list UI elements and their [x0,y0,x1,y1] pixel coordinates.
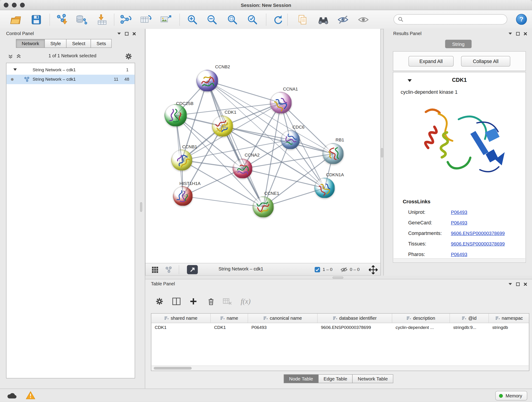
hide-selected-button[interactable] [335,12,351,27]
tab-network-table[interactable]: Network Table [352,374,393,383]
open-session-button[interactable] [7,12,24,27]
table-cell[interactable]: CDK1 [151,323,210,332]
zoom-fit-button[interactable] [224,12,241,27]
search-input[interactable] [406,17,503,22]
tab-string[interactable]: String [445,40,472,48]
crosslink-value[interactable]: P06493 [451,251,467,257]
horizontal-splitter-handle[interactable] [332,277,343,279]
selected-checkbox-icon[interactable] [315,267,320,273]
save-session-button[interactable] [28,12,44,27]
function-builder-button[interactable]: f(x) [239,295,252,308]
network-edge[interactable] [243,169,325,188]
open-in-window-button[interactable] [187,265,198,274]
network-edge[interactable] [207,81,263,207]
add-row-button[interactable] [186,295,200,308]
delete-column-button[interactable] [204,295,218,308]
close-panel-icon[interactable] [524,32,527,35]
column-header-description[interactable]: description [392,313,450,323]
left-splitter-handle[interactable] [140,202,142,212]
table-cell[interactable]: P06493 [248,323,317,332]
export-image-button[interactable] [158,12,174,27]
results-scrollbar[interactable] [394,258,525,262]
table-horizontal-scrollbar[interactable] [152,366,529,370]
network-node-ccna1[interactable] [270,92,292,114]
table-row[interactable]: CDK1CDK1P064939606.ENSP00000378699cyclin… [151,323,529,332]
network-edge[interactable] [183,196,263,207]
import-network-database-button[interactable] [73,12,89,27]
crosslink-value[interactable]: 9606.ENSP00000378699 [451,230,505,236]
table-cell[interactable]: stringdb:9... [450,323,489,332]
tree-expand-icon[interactable] [13,68,17,71]
column-header-namespac[interactable]: namespac [489,313,529,323]
expand-all-button[interactable]: Expand All [409,56,454,66]
network-node-cdc25b[interactable] [165,104,187,127]
network-node-ccnb2[interactable] [196,70,218,92]
collapse-panel-icon[interactable] [508,283,512,286]
float-panel-icon[interactable] [125,32,128,35]
table-cell[interactable]: 9606.ENSP00000378699 [317,323,392,332]
collapse-panel-icon[interactable] [508,32,512,35]
tab-node-table[interactable]: Node Table [284,374,318,383]
crosslink-value[interactable]: P06493 [451,210,467,215]
minimize-window-button[interactable] [12,3,17,7]
collapse-panel-icon[interactable] [117,32,121,35]
close-window-button[interactable] [4,3,8,7]
zoom-out-button[interactable] [204,12,220,27]
network-canvas[interactable]: CCNB2CCNA1CDC25BCDK1CDC6RB1CCNB1CCNA2CDK… [146,29,380,263]
gear-icon[interactable] [125,53,132,60]
table-cell[interactable]: cyclin-dependent ... [392,323,450,332]
tab-edge-table[interactable]: Edge Table [318,374,353,383]
network-node-ccnb1[interactable] [171,150,192,171]
column-header-shared-name[interactable]: shared name [151,313,210,323]
new-table-button[interactable] [138,12,154,27]
grid-view-icon[interactable] [152,266,158,273]
network-collection-row[interactable]: String Network – cdk1 1 [6,65,135,75]
pan-crosshair-icon[interactable] [369,265,378,274]
close-panel-icon[interactable] [133,32,136,35]
hidden-eye-icon[interactable] [340,267,348,273]
tab-network[interactable]: Network [16,39,45,48]
memory-button[interactable]: Memory [495,391,527,400]
column-header-@id[interactable]: @id [450,313,489,323]
tab-sets[interactable]: Sets [91,39,112,48]
share-view-icon[interactable] [165,266,172,273]
delete-table-button[interactable] [221,295,234,308]
table-cell[interactable]: CDK1 [211,323,248,332]
network-node-cdk1[interactable] [212,116,233,137]
scrollbar-thumb[interactable] [154,367,192,370]
tab-style[interactable]: Style [45,39,67,48]
zoom-window-button[interactable] [20,3,25,7]
float-panel-icon[interactable] [516,32,520,35]
float-panel-icon[interactable] [516,282,520,286]
zoom-in-button[interactable] [184,12,201,27]
network-node-cdc6[interactable] [281,130,300,149]
right-splitter-handle[interactable] [381,148,383,157]
zoom-selected-button[interactable] [244,12,260,27]
network-node-rb1[interactable] [323,143,344,164]
network-edge[interactable] [207,81,281,103]
import-table-file-button[interactable] [94,12,110,27]
network-node-cdkn1a[interactable] [315,178,335,198]
help-button[interactable]: ? [516,14,527,25]
apply-layout-button[interactable] [270,12,286,27]
network-node-ccne1[interactable] [253,196,274,217]
copy-button[interactable] [294,12,311,27]
import-network-file-button[interactable] [54,12,70,27]
column-header-name[interactable]: name [211,313,248,323]
tab-select[interactable]: Select [66,39,91,48]
crosslink-value[interactable]: 9606.ENSP00000378699 [451,241,505,246]
network-row[interactable]: String Network – cdk1 11 48 [6,75,135,84]
table-cell[interactable]: stringdb [489,323,529,332]
network-node-ccna2[interactable] [233,159,253,179]
cloud-icon[interactable] [7,392,17,399]
network-overview-button[interactable] [315,12,331,27]
warning-icon[interactable] [26,391,35,400]
show-columns-button[interactable] [170,295,183,308]
network-node-hist1h1a[interactable] [173,186,193,206]
collapse-all-button[interactable]: Collapse All [461,56,510,66]
new-network-from-selection-button[interactable] [118,12,134,27]
close-panel-icon[interactable] [524,282,527,286]
search-field[interactable] [394,14,507,24]
table-settings-button[interactable] [152,295,166,308]
column-header-canonical-name[interactable]: canonical name [248,313,317,323]
